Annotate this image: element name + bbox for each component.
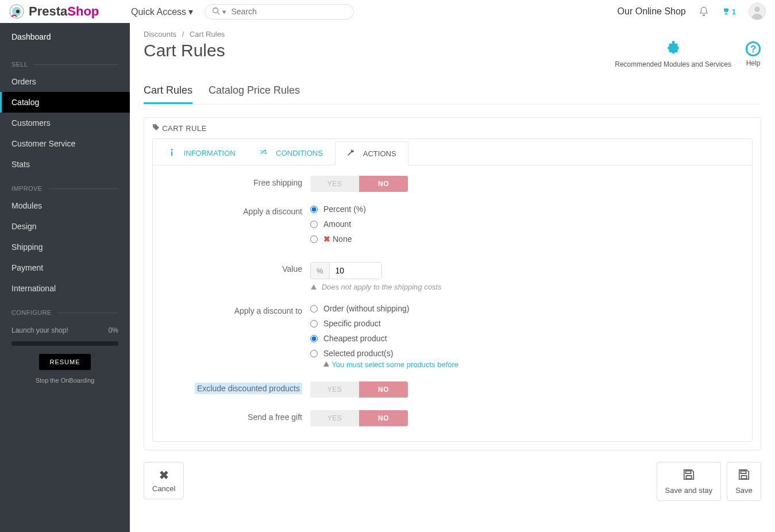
caret-down-icon: ▾	[188, 7, 193, 17]
caret-down-icon: ▾	[222, 7, 226, 16]
trophy-badge[interactable]: 1	[722, 7, 736, 16]
svg-point-2	[16, 10, 20, 13]
trophy-icon	[722, 7, 731, 16]
shop-name-link[interactable]: Our Online Shop	[618, 6, 686, 17]
topbar: PrestaShop Quick Access ▾ ▾ Our Online S…	[0, 0, 775, 23]
notifications-icon[interactable]	[699, 6, 709, 17]
svg-line-4	[218, 12, 220, 14]
search-input[interactable]	[231, 7, 331, 16]
svg-point-3	[213, 7, 218, 13]
search-icon	[212, 7, 220, 17]
quick-access-dropdown[interactable]: Quick Access ▾	[131, 6, 193, 17]
prestashop-logo-icon	[9, 4, 24, 19]
logo[interactable]: PrestaShop	[9, 4, 131, 19]
user-avatar[interactable]	[749, 3, 766, 20]
search-box[interactable]: ▾	[205, 4, 354, 20]
svg-point-5	[754, 7, 759, 12]
